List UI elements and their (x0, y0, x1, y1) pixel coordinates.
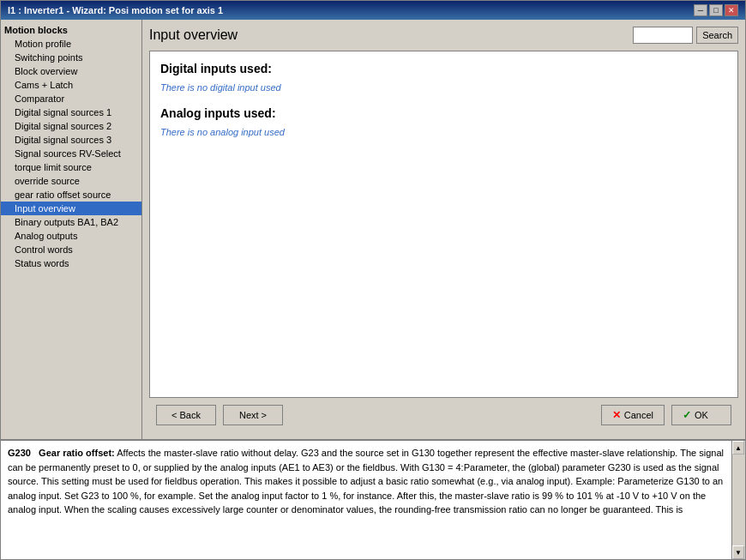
ok-button[interactable]: ✓ OK (671, 405, 731, 425)
analog-no-input: There is no analog input used (160, 127, 727, 137)
digital-no-input: There is no digital input used (160, 82, 727, 93)
info-title: Gear ratio offset: (39, 448, 115, 458)
sidebar-item-torque-limit[interactable]: torque limit source (1, 160, 141, 174)
sidebar: Motion blocksMotion profileSwitching poi… (1, 20, 142, 439)
sidebar-item-digital-signal-2[interactable]: Digital signal sources 2 (1, 119, 141, 133)
sidebar-item-switching-points[interactable]: Switching points (1, 51, 141, 64)
sidebar-item-block-overview[interactable]: Block overview (1, 64, 141, 78)
title-controls: ─ □ ✕ (694, 4, 738, 16)
sidebar-item-override-source[interactable]: override source (1, 174, 141, 188)
sidebar-item-control-words[interactable]: Control words (1, 243, 141, 256)
panel-header: Input overview Search (149, 27, 738, 44)
page-title: Input overview (149, 27, 238, 43)
info-scrollbar: ▲ ▼ (731, 441, 745, 559)
info-panel: G230 Gear ratio offset: Affects the mast… (1, 441, 731, 559)
search-button[interactable]: Search (696, 27, 738, 44)
sidebar-item-status-words[interactable]: Status words (1, 256, 141, 270)
cancel-button[interactable]: ✕ Cancel (601, 405, 665, 425)
info-label: G230 (8, 448, 31, 458)
back-button[interactable]: < Back (156, 405, 216, 425)
window-body: Motion blocksMotion profileSwitching poi… (1, 20, 745, 559)
digital-heading: Digital inputs used: (160, 62, 727, 75)
sidebar-item-digital-signal-1[interactable]: Digital signal sources 1 (1, 105, 141, 119)
scroll-up-button[interactable]: ▲ (732, 441, 744, 455)
search-area: Search (633, 27, 738, 44)
sidebar-item-input-overview[interactable]: Input overview (1, 202, 141, 215)
next-button[interactable]: Next > (223, 405, 283, 425)
maximize-button[interactable]: □ (709, 4, 723, 16)
sidebar-item-digital-signal-3[interactable]: Digital signal sources 3 (1, 133, 141, 147)
main-content-area: Motion blocksMotion profileSwitching poi… (1, 20, 745, 439)
minimize-button[interactable]: ─ (694, 4, 707, 16)
info-text: Affects the master-slave ratio without d… (8, 448, 724, 515)
sidebar-item-motion-profile[interactable]: Motion profile (1, 37, 141, 51)
main-window: I1 : Inverter1 - Wizard: Posi motion set… (0, 0, 746, 560)
sidebar-item-binary-outputs[interactable]: Binary outputs BA1, BA2 (1, 215, 141, 229)
sidebar-item-motion-blocks[interactable]: Motion blocks (1, 23, 141, 37)
search-input[interactable] (633, 27, 693, 44)
cancel-label: Cancel (624, 410, 653, 420)
window-title: I1 : Inverter1 - Wizard: Posi motion set… (8, 5, 223, 15)
close-button[interactable]: ✕ (725, 4, 738, 16)
right-panel: Input overview Search Digital inputs use… (142, 20, 745, 439)
sidebar-item-comparator[interactable]: Comparator (1, 92, 141, 105)
button-bar: < Back Next > ✕ Cancel ✓ OK (149, 398, 738, 432)
scroll-down-button[interactable]: ▼ (732, 545, 744, 559)
ok-label: OK (695, 410, 708, 420)
ok-icon: ✓ (683, 409, 691, 421)
sidebar-item-gear-ratio[interactable]: gear ratio offset source (1, 188, 141, 202)
content-area: Digital inputs used: There is no digital… (149, 51, 738, 398)
sidebar-item-signal-sources-rv[interactable]: Signal sources RV-Select (1, 147, 141, 160)
cancel-icon: ✕ (612, 409, 621, 421)
sidebar-item-analog-outputs[interactable]: Analog outputs (1, 229, 141, 243)
sidebar-item-cams-latch[interactable]: Cams + Latch (1, 78, 141, 92)
analog-heading: Analog inputs used: (160, 106, 727, 120)
title-bar: I1 : Inverter1 - Wizard: Posi motion set… (1, 1, 745, 20)
